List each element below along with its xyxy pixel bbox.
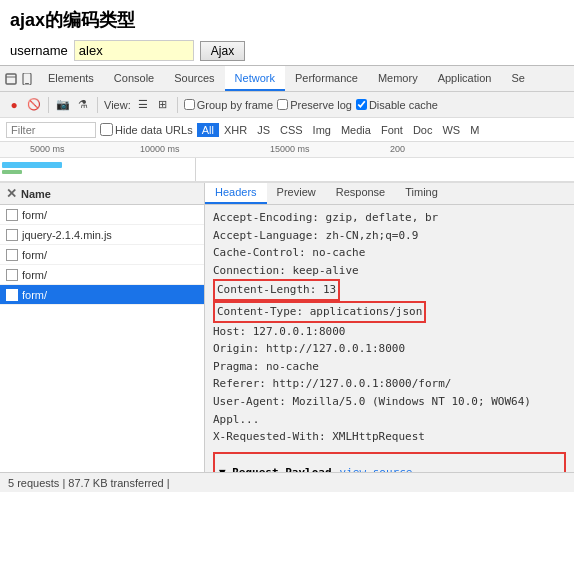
file-item-1[interactable]: jquery-2.1.4.min.js (0, 225, 204, 245)
filter-doc[interactable]: Doc (408, 123, 438, 137)
filter-ws[interactable]: WS (437, 123, 465, 137)
right-pane: Headers Preview Response Timing Accept-E… (205, 183, 574, 472)
pane-close[interactable]: ✕ (6, 186, 17, 201)
file-icon-2 (6, 249, 18, 261)
filter-media[interactable]: Media (336, 123, 376, 137)
grid-view-icon[interactable]: ⊞ (155, 97, 171, 113)
form-row: username Ajax (0, 36, 574, 65)
filter-types: All XHR JS CSS Img Media Font Doc WS M (197, 123, 485, 137)
detail-tabs: Headers Preview Response Timing (205, 183, 574, 205)
separator-2 (97, 97, 98, 113)
filter-row: Hide data URLs All XHR JS CSS Img Media … (0, 118, 574, 142)
content-type-highlight: Content-Type: applications/json (213, 301, 426, 323)
disable-cache-label[interactable]: Disable cache (356, 99, 438, 111)
tab-performance[interactable]: Performance (285, 66, 368, 91)
file-name-2: form/ (22, 249, 47, 261)
tab-memory[interactable]: Memory (368, 66, 428, 91)
filter-icon[interactable]: ⚗ (75, 97, 91, 113)
file-list: form/ jquery-2.1.4.min.js form/ form/ fo… (0, 205, 204, 305)
header-content-type: Content-Type: applications/json (213, 301, 566, 323)
tab-sources[interactable]: Sources (164, 66, 224, 91)
username-input[interactable] (74, 40, 194, 61)
tab-console[interactable]: Console (104, 66, 164, 91)
header-origin: Origin: http://127.0.0.1:8000 (213, 340, 566, 358)
tick-5000: 5000 ms (30, 144, 65, 154)
tab-se[interactable]: Se (501, 66, 534, 91)
status-text: 5 requests | 87.7 KB transferred | (8, 477, 170, 489)
request-payload-section: ▼ Request Payload view source ▼ {a: 1, b… (213, 452, 566, 472)
content-length-highlight: Content-Length: 13 (213, 279, 340, 301)
record-icon[interactable]: ● (6, 97, 22, 113)
header-host: Host: 127.0.0.1:8000 (213, 323, 566, 341)
tab-elements[interactable]: Elements (38, 66, 104, 91)
toolbar-row: ● 🚫 📷 ⚗ View: ☰ ⊞ Group by frame Preserv… (0, 92, 574, 118)
group-by-frame-checkbox[interactable] (184, 99, 195, 110)
file-item-4[interactable]: form/ (0, 285, 204, 305)
filter-all[interactable]: All (197, 123, 219, 137)
camera-icon[interactable]: 📷 (55, 97, 71, 113)
file-name-4: form/ (22, 289, 47, 301)
username-label: username (10, 43, 68, 58)
list-view-icon[interactable]: ☰ (135, 97, 151, 113)
left-pane: ✕ Name form/ jquery-2.1.4.min.js form/ (0, 183, 205, 472)
svg-rect-0 (6, 74, 16, 84)
header-x-requested-with: X-Requested-With: XMLHttpRequest (213, 428, 566, 446)
tick-200: 200 (390, 144, 405, 154)
mobile-icon[interactable] (20, 72, 34, 86)
file-icon-3 (6, 269, 18, 281)
status-bar: 5 requests | 87.7 KB transferred | (0, 472, 574, 492)
inspector-icon[interactable] (4, 72, 18, 86)
request-payload-header: ▼ Request Payload view source (219, 464, 560, 472)
filter-img[interactable]: Img (308, 123, 336, 137)
timeline-bar-1 (2, 162, 62, 168)
filter-js[interactable]: JS (252, 123, 275, 137)
svg-rect-3 (25, 83, 29, 84)
devtools-panel: Elements Console Sources Network Perform… (0, 65, 574, 492)
header-accept-language: Accept-Language: zh-CN,zh;q=0.9 (213, 227, 566, 245)
disable-cache-checkbox[interactable] (356, 99, 367, 110)
file-icon-1 (6, 229, 18, 241)
devtools-top-tabs: Elements Console Sources Network Perform… (0, 66, 574, 92)
preserve-log-checkbox[interactable] (277, 99, 288, 110)
preserve-log-label[interactable]: Preserve log (277, 99, 352, 111)
hide-data-urls-label[interactable]: Hide data URLs (100, 123, 193, 136)
filter-m[interactable]: M (465, 123, 484, 137)
view-source-link[interactable]: view source (340, 464, 413, 472)
page-title: ajax的编码类型 (0, 0, 574, 36)
header-connection: Connection: keep-alive (213, 262, 566, 280)
main-split: ✕ Name form/ jquery-2.1.4.min.js form/ (0, 182, 574, 472)
filter-css[interactable]: CSS (275, 123, 308, 137)
detail-content: Accept-Encoding: gzip, deflate, br Accep… (205, 205, 574, 472)
name-column-header: Name (21, 188, 51, 200)
tab-application[interactable]: Application (428, 66, 502, 91)
request-payload-label: ▼ Request Payload (219, 464, 332, 472)
filter-xhr[interactable]: XHR (219, 123, 252, 137)
header-pragma: Pragma: no-cache (213, 358, 566, 376)
ajax-button[interactable]: Ajax (200, 41, 245, 61)
file-icon-4 (6, 289, 18, 301)
hide-data-urls-checkbox[interactable] (100, 123, 113, 136)
tab-network[interactable]: Network (225, 66, 285, 91)
clear-icon[interactable]: 🚫 (26, 97, 42, 113)
detail-tab-preview[interactable]: Preview (267, 183, 326, 204)
file-name-0: form/ (22, 209, 47, 221)
file-item-2[interactable]: form/ (0, 245, 204, 265)
timeline-bar-2 (2, 170, 22, 174)
timeline-marker (195, 158, 196, 182)
timeline-bars (0, 158, 574, 182)
file-item-3[interactable]: form/ (0, 265, 204, 285)
file-name-1: jquery-2.1.4.min.js (22, 229, 112, 241)
view-label: View: (104, 99, 131, 111)
timeline-area: 5000 ms 10000 ms 15000 ms 200 (0, 142, 574, 182)
separator-1 (48, 97, 49, 113)
file-item-0[interactable]: form/ (0, 205, 204, 225)
header-content-length: Content-Length: 13 (213, 279, 566, 301)
tick-15000: 15000 ms (270, 144, 310, 154)
detail-tab-headers[interactable]: Headers (205, 183, 267, 204)
group-by-frame-label[interactable]: Group by frame (184, 99, 273, 111)
header-accept-encoding: Accept-Encoding: gzip, deflate, br (213, 209, 566, 227)
detail-tab-timing[interactable]: Timing (395, 183, 448, 204)
filter-font[interactable]: Font (376, 123, 408, 137)
detail-tab-response[interactable]: Response (326, 183, 396, 204)
filter-input[interactable] (6, 122, 96, 138)
